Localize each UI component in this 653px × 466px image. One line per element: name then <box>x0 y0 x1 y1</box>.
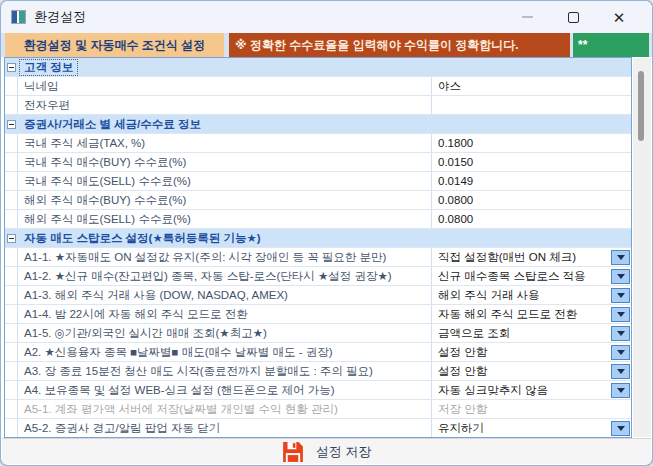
setting-label: A1-2. ★신규 매수(잔고편입) 종목, 자동 스탑-로스(단타시 ★설정 … <box>18 269 431 284</box>
setting-value-cell[interactable]: 금액으로 조회 <box>431 324 631 342</box>
setting-label: A5-1. 계좌 평가액 서버에 저장(날짜별 개인별 수익 현황 관리) <box>18 402 431 417</box>
setting-row: A5-1. 계좌 평가액 서버에 저장(날짜별 개인별 수익 현황 관리)저장 … <box>5 400 631 419</box>
status-badge: ** <box>573 33 649 57</box>
collapse-minus-icon[interactable] <box>7 234 16 243</box>
setting-label: A4. 보유종목 및 설정 WEB-싱크 설정 (핸드폰으로 제어 가능) <box>18 383 431 398</box>
row-gutter <box>5 96 18 114</box>
dropdown-button[interactable] <box>611 250 630 265</box>
row-gutter <box>5 267 18 285</box>
maximize-icon <box>568 12 579 23</box>
setting-value-cell[interactable]: 해외 주식 거래 사용 <box>431 286 631 304</box>
collapse-minus-icon[interactable] <box>7 120 16 129</box>
row-gutter <box>5 400 18 418</box>
setting-label: A1-5. ◎기관/외국인 실시간 매매 조회(★최고★) <box>18 326 431 341</box>
setting-value-cell[interactable]: 야스 <box>431 77 631 95</box>
setting-value: 설정 안함 <box>438 345 611 360</box>
section-header-row[interactable]: 자동 매도 스탑로스 설정(★특허등록된 기능★) <box>5 229 631 248</box>
row-gutter <box>5 77 18 95</box>
title-bar: 환경설정 ✕ <box>1 1 652 33</box>
collapse-gutter <box>5 58 18 76</box>
setting-value-cell[interactable]: 신규 매수종목 스탑로스 적용 <box>431 267 631 285</box>
setting-value: 금액으로 조회 <box>438 326 611 341</box>
setting-value: 야스 <box>438 79 631 94</box>
setting-value: 설정 안함 <box>438 364 611 379</box>
setting-row: 전자우편 <box>5 96 631 115</box>
minimize-button[interactable] <box>504 1 550 33</box>
dropdown-button[interactable] <box>611 288 630 303</box>
collapse-minus-icon[interactable] <box>7 63 16 72</box>
setting-row: A1-4. 밤 22시에 자동 해외 주식 모드로 전환자동 해외 주식 모드로… <box>5 305 631 324</box>
collapse-gutter <box>5 229 18 247</box>
setting-row: A1-2. ★신규 매수(잔고편입) 종목, 자동 스탑-로스(단타시 ★설정 … <box>5 267 631 286</box>
section-title: 자동 매도 스탑로스 설정(★특허등록된 기능★) <box>20 231 265 246</box>
chevron-down-icon <box>617 312 625 317</box>
setting-value-cell: 저장 안함 <box>431 400 631 418</box>
row-gutter <box>5 172 18 190</box>
scrollbar-thumb[interactable] <box>638 71 644 141</box>
setting-row: A1-5. ◎기관/외국인 실시간 매매 조회(★최고★)금액으로 조회 <box>5 324 631 343</box>
app-icon <box>11 10 26 24</box>
dropdown-button[interactable] <box>611 269 630 284</box>
setting-value: 직접 설정함(매번 ON 체크) <box>438 250 611 265</box>
setting-value: 신규 매수종목 스탑로스 적용 <box>438 269 611 284</box>
setting-row: 국내 주식 세금(TAX, %)0.1800 <box>5 134 631 153</box>
setting-value-cell[interactable]: 직접 설정함(매번 ON 체크) <box>431 248 631 266</box>
window-controls: ✕ <box>504 1 642 33</box>
row-gutter <box>5 191 18 209</box>
fee-notice-banner: ※ 정확한 수수료율을 입력해야 수익률이 정확합니다. <box>229 33 570 57</box>
tab-settings[interactable]: 환경설정 및 자동매수 조건식 설정 <box>5 33 224 57</box>
setting-row: A2. ★신용융자 종목 ■날짜별■ 매도(매수 날짜별 매도 - 권장)설정 … <box>5 343 631 362</box>
settings-grid: 고객 정보닉네임야스전자우편증권사/거래소 별 세금/수수료 정보국내 주식 세… <box>4 57 632 438</box>
section-header-row[interactable]: 고객 정보 <box>5 58 631 77</box>
setting-row: A1-3. 해외 주식 거래 사용 (DOW, NASDAQ, AMEX)해외 … <box>5 286 631 305</box>
section-header-row[interactable]: 증권사/거래소 별 세금/수수료 정보 <box>5 115 631 134</box>
row-gutter <box>5 419 18 437</box>
chevron-down-icon <box>617 331 625 336</box>
setting-value-cell[interactable]: 0.0800 <box>431 191 631 209</box>
setting-value-cell[interactable] <box>431 96 631 114</box>
vertical-scrollbar[interactable] <box>633 58 651 437</box>
save-settings-button[interactable]: 설정 저장 <box>272 439 382 465</box>
setting-value-cell[interactable]: 자동 싱크맞추지 않음 <box>431 381 631 399</box>
chevron-down-icon <box>617 388 625 393</box>
dropdown-button[interactable] <box>611 326 630 341</box>
dropdown-button[interactable] <box>611 307 630 322</box>
setting-value-cell[interactable]: 설정 안함 <box>431 343 631 361</box>
maximize-button[interactable] <box>550 1 596 33</box>
setting-value-cell[interactable]: 자동 해외 주식 모드로 전환 <box>431 305 631 323</box>
setting-label: A1-3. 해외 주식 거래 사용 (DOW, NASDAQ, AMEX) <box>18 288 431 303</box>
setting-row: A3. 장 종료 15분전 청산 매도 시작(종료전까지 분할매도 : 주의 필… <box>5 362 631 381</box>
setting-value: 해외 주식 거래 사용 <box>438 288 611 303</box>
setting-value: 유지하기 <box>438 421 611 436</box>
setting-value-cell[interactable]: 유지하기 <box>431 419 631 437</box>
setting-value: 자동 싱크맞추지 않음 <box>438 383 611 398</box>
dropdown-button[interactable] <box>611 364 630 379</box>
close-icon: ✕ <box>613 10 626 25</box>
setting-value-cell[interactable]: 설정 안함 <box>431 362 631 380</box>
row-gutter <box>5 153 18 171</box>
setting-row: A4. 보유종목 및 설정 WEB-싱크 설정 (핸드폰으로 제어 가능)자동 … <box>5 381 631 400</box>
setting-label: 국내 주식 세금(TAX, %) <box>18 136 431 151</box>
setting-value-cell[interactable]: 0.0150 <box>431 153 631 171</box>
dropdown-button[interactable] <box>611 345 630 360</box>
setting-value-cell[interactable]: 0.0149 <box>431 172 631 190</box>
close-button[interactable]: ✕ <box>596 1 642 33</box>
setting-label: 국내 주식 매도(SELL) 수수료(%) <box>18 174 431 189</box>
header-strip: 환경설정 및 자동매수 조건식 설정 ※ 정확한 수수료율을 입력해야 수익률이… <box>1 33 652 57</box>
setting-label: 해외 주식 매수(BUY) 수수료(%) <box>18 193 431 208</box>
chevron-down-icon <box>617 274 625 279</box>
setting-value-cell[interactable]: 0.1800 <box>431 134 631 152</box>
dropdown-button[interactable] <box>611 421 630 436</box>
minimize-icon <box>522 16 533 18</box>
setting-value: 자동 해외 주식 모드로 전환 <box>438 307 611 322</box>
setting-value-cell[interactable]: 0.0800 <box>431 210 631 228</box>
dropdown-button[interactable] <box>611 383 630 398</box>
setting-row: 닉네임야스 <box>5 77 631 96</box>
chevron-down-icon <box>617 426 625 431</box>
chevron-down-icon <box>617 255 625 260</box>
setting-value: 저장 안함 <box>438 402 631 417</box>
setting-label: 전자우편 <box>18 98 431 113</box>
setting-value: 0.0150 <box>438 156 631 168</box>
row-gutter <box>5 362 18 380</box>
row-gutter <box>5 343 18 361</box>
